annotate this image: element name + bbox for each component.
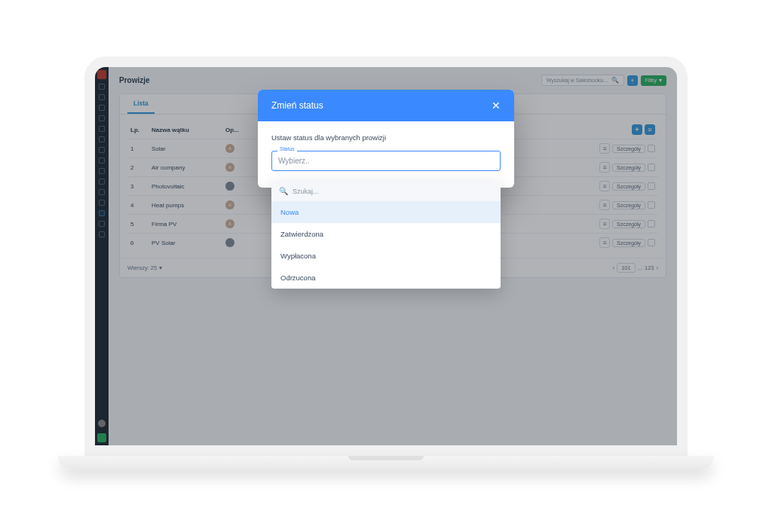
search-icon: 🔍 [279, 187, 288, 195]
status-dropdown: 🔍 Szukaj... Nowa Zatwierdzona Wypłacona … [271, 181, 501, 289]
select-label: Status [277, 146, 297, 151]
modal-title: Zmień status [271, 100, 323, 111]
close-icon[interactable]: ✕ [492, 100, 501, 111]
dropdown-option[interactable]: Zatwierdzona [271, 223, 501, 245]
modal-overlay: Zmień status ✕ Ustaw status dla wybranyc… [95, 67, 677, 445]
dropdown-option[interactable]: Wypłacona [271, 245, 501, 267]
dropdown-option[interactable]: Odrzucona [271, 267, 501, 289]
dropdown-search-input[interactable]: 🔍 Szukaj... [271, 181, 501, 201]
modal-subtitle: Ustaw status dla wybranych prowizji [271, 133, 501, 142]
status-select-input[interactable]: Wybierz.. [271, 151, 501, 171]
change-status-modal: Zmień status ✕ Ustaw status dla wybranyc… [258, 90, 514, 188]
dropdown-option[interactable]: Nowa [271, 201, 501, 223]
